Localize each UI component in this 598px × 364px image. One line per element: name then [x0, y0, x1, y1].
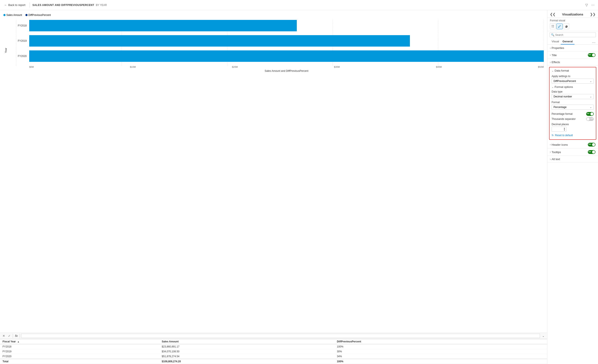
formula-divider-2	[20, 334, 20, 338]
reset-icon: ↻	[552, 134, 554, 137]
apply-settings-arrow: ⌄	[590, 80, 592, 83]
format-arrow: ⌄	[590, 106, 592, 109]
close-formula-button[interactable]: ✕	[2, 334, 6, 338]
tab-more-button[interactable]: ⋯	[592, 41, 596, 44]
header-icons-toggle[interactable]: On	[588, 143, 596, 147]
legend-label-sales: Sales Amount	[6, 14, 22, 17]
viz-analytics-icon-button[interactable]: ◕	[564, 23, 569, 29]
section-header-icons-header[interactable]: › Header icons On	[547, 141, 598, 148]
cell-fy2019-amount: $34,070,108.50	[159, 349, 334, 354]
cell-fy2019-pct: 30%	[334, 349, 547, 354]
bar-fill-fy2018	[29, 20, 297, 31]
chevron-down-data-format-icon: ⌄	[552, 69, 554, 72]
reset-to-default[interactable]: ↻ Reset to default	[552, 132, 594, 137]
section-title: › Title On	[547, 51, 598, 59]
table-row: FY2018 $23,860,891.17 100%	[0, 344, 547, 349]
section-effects-label: Effects	[552, 61, 596, 64]
viz-format-icon-button[interactable]: 🖉	[556, 24, 563, 29]
header-icons-toggle-knob	[592, 143, 595, 146]
thousands-toggle[interactable]: Off	[586, 117, 594, 121]
section-effects-header[interactable]: › Effects	[547, 59, 598, 66]
main-layout: Sales Amount DiffPreviousPercent Year	[0, 10, 598, 364]
cell-fy2018-year: FY2018	[0, 344, 159, 349]
top-bar-right: ▽ ⋯	[584, 2, 596, 8]
back-button[interactable]: ← Back to report	[2, 2, 27, 8]
format-options-header[interactable]: ⌄ Format options	[552, 85, 594, 89]
percentage-format-label: Percentage format	[552, 112, 573, 116]
cell-fy2018-amount: $23,860,891.17	[159, 344, 334, 349]
y-label-fy2018: FY2018	[16, 24, 27, 27]
col-fiscal-year[interactable]: Fiscal Year ▲	[0, 339, 159, 344]
chevron-right-title-icon: ›	[550, 54, 551, 57]
x-tick-5: $50M	[538, 66, 544, 68]
apply-settings-value: DiffPreviousPercent	[554, 80, 576, 83]
section-alt-text: › Alt text	[547, 156, 598, 163]
percentage-format-toggle[interactable]: On	[586, 112, 594, 116]
tab-visual[interactable]: Visual	[550, 39, 561, 44]
format-value: Percentage	[554, 106, 566, 109]
formula-dropdown-button[interactable]: ⌄	[541, 334, 546, 338]
section-tooltips: › Tooltips On	[547, 149, 598, 156]
cell-fy2018-pct: 100%	[334, 344, 547, 349]
formula-input[interactable]	[21, 334, 540, 338]
title-toggle[interactable]: On	[588, 53, 596, 57]
chevron-right-alt-text-icon: ›	[550, 158, 551, 161]
data-table: Fiscal Year ▲ Sales Amount DiffPreviousP…	[0, 339, 547, 364]
legend-label-diff: DiffPreviousPercent	[28, 14, 51, 17]
panel-scroll: › Properties › Title On	[547, 45, 598, 364]
panel-collapse-button[interactable]: ❮❮	[550, 12, 556, 16]
apply-settings-dropdown[interactable]: DiffPreviousPercent ⌄	[552, 79, 594, 84]
filter-icon-button[interactable]: ▽	[584, 2, 589, 8]
more-options-button[interactable]: ⋯	[590, 2, 596, 8]
apply-settings-label: Apply settings to	[552, 75, 594, 78]
back-arrow-icon: ←	[4, 3, 7, 7]
section-alt-text-label: Alt text	[552, 157, 596, 161]
data-type-arrow: ⌄	[590, 95, 592, 98]
pct-toggle-on-label: On	[587, 112, 590, 115]
decimal-spinner: ▲ ▼	[564, 127, 565, 131]
thousands-separator-label: Thousands separator	[552, 117, 575, 121]
decimal-places-input[interactable]: 0	[553, 128, 561, 131]
section-tooltips-header[interactable]: › Tooltips On	[547, 149, 598, 156]
top-bar-divider	[30, 2, 30, 8]
chevron-right-header-icons-icon: ›	[550, 143, 551, 146]
y-label-fy2019: FY2019	[16, 39, 27, 42]
tooltips-toggle-on-label: On	[589, 150, 591, 153]
pct-toggle-knob	[590, 112, 593, 116]
bar-fy2020: FY2020	[16, 50, 544, 62]
top-bar: ← Back to report SALES AMOUNT AND DIFFPR…	[0, 0, 598, 10]
viz-table-icon-button[interactable]: ☷	[550, 23, 556, 29]
format-dropdown[interactable]: Percentage ⌄	[552, 105, 594, 110]
search-input[interactable]	[555, 33, 594, 36]
y-axis-label: Year	[4, 48, 8, 53]
thousands-toggle-knob	[587, 117, 590, 121]
col-diff-pct[interactable]: DiffPreviousPercent	[334, 339, 547, 344]
bar-fy2019: FY2019	[16, 35, 544, 47]
data-type-dropdown[interactable]: Decimal number ⌄	[552, 94, 594, 99]
cell-fy2019-year: FY2019	[0, 349, 159, 354]
panel-expand-button[interactable]: ❯❯	[590, 12, 596, 16]
table-row: FY2020 $51,878,274.54 34%	[0, 354, 547, 359]
section-title-header[interactable]: › Title On	[547, 51, 598, 59]
chevron-right-icon: ›	[550, 47, 551, 50]
confirm-formula-button[interactable]: ✓	[7, 334, 11, 338]
section-data-format-header[interactable]: ⌄ Data format	[549, 67, 596, 74]
tooltips-toggle[interactable]: On	[588, 150, 596, 154]
section-effects: › Effects	[547, 59, 598, 66]
section-header-icons: › Header icons On	[547, 141, 598, 149]
x-axis: $0M $10M $20M $30M $40M $50M	[16, 66, 544, 68]
section-alt-text-header[interactable]: › Alt text	[547, 156, 598, 162]
fx-button[interactable]: fx	[14, 334, 18, 338]
decimal-places-label: Decimal places	[552, 123, 594, 126]
section-properties-header[interactable]: › Properties	[547, 45, 598, 51]
chevron-down-format-options-icon: ⌄	[552, 86, 554, 89]
col-sales-amount[interactable]: Sales Amount	[159, 339, 334, 344]
percentage-format-row: Percentage format On	[552, 111, 594, 116]
reset-label: Reset to default	[555, 134, 573, 137]
tab-general[interactable]: General	[561, 39, 574, 44]
by-year-label: BY YEAR	[96, 4, 107, 7]
decimal-decrement-button[interactable]: ▼	[564, 129, 565, 131]
cell-total-amount: $109,809,274.20	[159, 359, 334, 364]
x-tick-3: $30M	[334, 66, 340, 68]
bar-fy2018: FY2018	[16, 20, 544, 31]
